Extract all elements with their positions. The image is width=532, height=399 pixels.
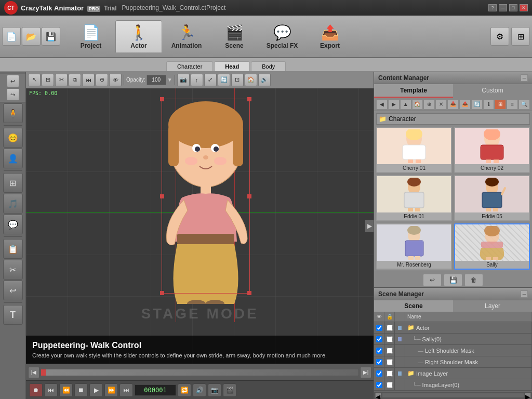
- help-button[interactable]: ?: [488, 4, 497, 11]
- head-sidebar-btn[interactable]: 😊: [3, 128, 23, 148]
- text-sidebar-btn[interactable]: T: [3, 305, 23, 325]
- list-item[interactable]: Eddie 01: [376, 175, 452, 221]
- browse-back[interactable]: ◀: [376, 99, 388, 110]
- playback-video[interactable]: 🎬: [223, 383, 236, 397]
- bubble-sidebar-btn[interactable]: 💬: [3, 215, 23, 234]
- browse-search[interactable]: 🔍: [518, 99, 530, 110]
- content-manager-close[interactable]: ─: [521, 74, 528, 82]
- close-button[interactable]: ✕: [520, 4, 528, 11]
- table-row[interactable]: 📁Image Layer: [374, 368, 532, 379]
- browse-home[interactable]: 🏠: [412, 99, 423, 110]
- speaker-btn[interactable]: 🔊: [258, 74, 271, 86]
- transform-tool[interactable]: ⊞: [42, 74, 54, 86]
- action-delete[interactable]: 🗑: [464, 274, 483, 286]
- multi-tool[interactable]: ⧉: [69, 74, 81, 86]
- tab-export[interactable]: 📤 Export: [307, 21, 353, 52]
- body-sidebar-btn[interactable]: 👤: [3, 149, 23, 168]
- undo2-sidebar-btn[interactable]: ↩: [3, 281, 23, 300]
- handle-tr[interactable]: [247, 97, 251, 101]
- scene-manager-close[interactable]: ─: [521, 290, 528, 298]
- new-button[interactable]: 📄: [2, 27, 21, 46]
- tab-scene[interactable]: 🎬 Scene: [211, 21, 258, 52]
- playback-record[interactable]: ⏺: [29, 383, 43, 397]
- table-row[interactable]: —Right Shoulder Mask: [374, 356, 532, 368]
- lock-check[interactable]: [384, 322, 395, 333]
- playback-audio[interactable]: 🔊: [193, 383, 206, 397]
- table-row[interactable]: 📁Actor: [374, 322, 532, 334]
- home-btn[interactable]: 🏠: [245, 74, 257, 86]
- camera-btn[interactable]: 📷: [177, 74, 190, 86]
- playback-next[interactable]: ⏩: [104, 383, 118, 397]
- scene-tab-layer[interactable]: Layer: [453, 300, 532, 312]
- handle-mr[interactable]: [247, 194, 251, 198]
- canvas-right-arrow[interactable]: ▶: [365, 220, 374, 232]
- browse-grid-view[interactable]: ⊞: [495, 99, 506, 110]
- list-item[interactable]: Cherry 01: [376, 127, 452, 173]
- clipboard-sidebar-btn[interactable]: 📋: [3, 239, 23, 259]
- timeline-start[interactable]: |◀: [28, 367, 39, 378]
- playback-snapshot[interactable]: 📷: [208, 383, 221, 397]
- settings-button[interactable]: ⚙: [490, 27, 509, 46]
- sub-tab-character[interactable]: Character: [166, 61, 213, 71]
- redo-button[interactable]: ↪: [7, 88, 19, 101]
- visibility-check[interactable]: [374, 368, 384, 379]
- scene-scrollbar[interactable]: ◀ ▶: [374, 392, 532, 399]
- list-item[interactable]: Cherry 02: [454, 127, 530, 173]
- sub-tab-body[interactable]: Body: [251, 61, 286, 71]
- scroll-track[interactable]: [382, 393, 524, 397]
- undo-button[interactable]: ↩: [7, 75, 19, 87]
- sub-tab-head[interactable]: Head: [214, 61, 250, 71]
- table-row[interactable]: └─Sally(0): [374, 334, 532, 345]
- browse-info[interactable]: ℹ: [483, 99, 495, 110]
- timeline-thumb[interactable]: [41, 369, 46, 376]
- visibility-check[interactable]: [374, 334, 384, 344]
- tab-template[interactable]: Template: [374, 84, 453, 98]
- tab-custom[interactable]: Custom: [453, 84, 532, 98]
- save-button[interactable]: 💾: [42, 27, 60, 46]
- scale-btn[interactable]: ⊡: [231, 74, 244, 86]
- scene-tab-scene[interactable]: Scene: [374, 300, 453, 312]
- eye-btn[interactable]: 👁: [109, 74, 122, 86]
- browse-list-view[interactable]: ≡: [507, 99, 518, 110]
- open-button[interactable]: 📂: [22, 27, 41, 46]
- music-sidebar-btn[interactable]: 🎵: [3, 194, 23, 214]
- list-item[interactable]: Sally: [454, 223, 530, 270]
- playback-stop[interactable]: ⏹: [74, 383, 88, 397]
- browse-sync[interactable]: 🔄: [471, 99, 483, 110]
- content-category-character[interactable]: 📁 Character: [376, 113, 530, 125]
- playback-play[interactable]: ▶: [89, 383, 103, 397]
- table-row[interactable]: └─ImageLayer(0): [374, 379, 532, 391]
- reset-btn[interactable]: 🔄: [218, 74, 230, 86]
- handle-tl[interactable]: [160, 97, 164, 101]
- timeline-track[interactable]: [41, 369, 359, 376]
- visibility-check[interactable]: [374, 356, 384, 367]
- handle-bl[interactable]: [160, 291, 164, 295]
- actor-sidebar-btn[interactable]: 🧍: [3, 103, 23, 123]
- grid-sidebar-btn[interactable]: ⊞: [3, 173, 23, 193]
- opacity-input[interactable]: [147, 75, 166, 85]
- list-item[interactable]: Eddie 05: [454, 175, 530, 221]
- tab-project[interactable]: 📄 Project: [68, 21, 114, 52]
- maximize-button[interactable]: □: [509, 4, 517, 11]
- lock-check[interactable]: [384, 379, 395, 390]
- lock-check[interactable]: [384, 368, 395, 379]
- minimize-button[interactable]: ─: [499, 4, 507, 11]
- browse-import[interactable]: 📥: [447, 99, 459, 110]
- browse-export[interactable]: 📤: [459, 99, 471, 110]
- browse-del[interactable]: ✕: [435, 99, 447, 110]
- tab-animation[interactable]: 🏃 Animation: [163, 21, 210, 52]
- cut-sidebar-btn[interactable]: ✂: [3, 260, 23, 280]
- prev-frame[interactable]: ⏮: [82, 74, 95, 86]
- browse-up[interactable]: ▲: [400, 99, 411, 110]
- move-all-btn[interactable]: ⤢: [204, 74, 217, 86]
- opacity-arrow[interactable]: ▼: [167, 77, 172, 83]
- browse-add[interactable]: ⊕: [423, 99, 435, 110]
- list-item[interactable]: Mr. Rosenberg: [376, 223, 452, 270]
- tab-special-fx[interactable]: 💬 Special FX: [259, 21, 305, 52]
- table-row[interactable]: —Left Shoulder Mask: [374, 345, 532, 356]
- browse-fwd[interactable]: ▶: [388, 99, 400, 110]
- grid-button[interactable]: ⊞: [511, 27, 530, 46]
- select-tool[interactable]: ↖: [28, 74, 41, 86]
- playback-to-end[interactable]: ⏭: [119, 383, 133, 397]
- visibility-check[interactable]: [374, 379, 384, 390]
